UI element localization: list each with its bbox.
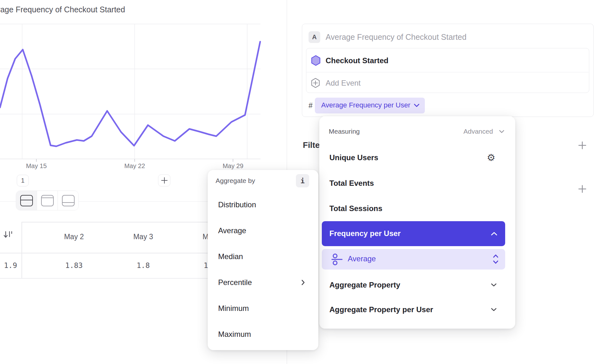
menu-item-aggregate-property[interactable]: Aggregate Property	[329, 281, 400, 289]
layout-table-view-button[interactable]	[58, 191, 78, 210]
plus-icon	[161, 177, 168, 184]
x-tick-may15: May 15	[26, 162, 47, 170]
layout-split-view-button[interactable]	[16, 191, 37, 210]
menu-item-minimum[interactable]: Minimum	[218, 304, 249, 313]
layout-toggle-group	[16, 191, 79, 210]
menu-item-total-sessions[interactable]: Total Sessions	[329, 204, 383, 213]
chart-line-series[interactable]	[0, 42, 260, 146]
advanced-toggle[interactable]: Advanced	[463, 128, 493, 135]
menu-item-unique-users[interactable]: Unique Users	[329, 153, 378, 162]
add-series-button[interactable]	[158, 174, 170, 186]
menu-item-total-events[interactable]: Total Events	[329, 179, 374, 188]
table-column-border	[21, 222, 22, 278]
add-filter-button[interactable]	[578, 141, 587, 150]
plus-icon	[578, 141, 587, 150]
menu-item-maximum[interactable]: Maximum	[218, 330, 251, 339]
x-tick-may22: May 22	[124, 162, 145, 170]
frequency-per-user-label: Frequency per User	[329, 229, 401, 238]
aggregate-by-title: Aggregate by	[216, 177, 255, 185]
numeric-hash-icon: #	[309, 101, 313, 110]
info-icon[interactable]: i	[296, 174, 309, 187]
average-aggregation-label: Average	[348, 254, 376, 263]
event-row-divider	[306, 72, 589, 72]
chevron-down-icon	[413, 103, 420, 107]
table-summary-value: 1.9	[0, 261, 17, 270]
chevron-down-icon	[491, 283, 497, 287]
menu-item-aggregate-property-per-user[interactable]: Aggregate Property per User	[329, 305, 433, 314]
plus-icon	[578, 185, 587, 193]
menu-item-percentile[interactable]: Percentile	[218, 278, 252, 287]
table-value-may2: 1.83	[65, 261, 83, 270]
series-number-badge[interactable]: 1	[17, 175, 29, 186]
sort-rows-button[interactable]	[3, 230, 13, 240]
table-header-may3[interactable]: May 3	[133, 233, 153, 241]
chevron-down-icon	[491, 307, 497, 312]
x-tick-may29: May 29	[223, 162, 243, 170]
menu-item-average[interactable]: Average	[218, 226, 246, 235]
layout-chart-view-button[interactable]	[37, 191, 58, 210]
table-header-may2[interactable]: May 2	[64, 233, 84, 241]
metrics-section-title: Metrics	[301, 0, 330, 2]
chevron-right-icon	[301, 279, 305, 286]
metric-letter-badge: A	[309, 31, 320, 43]
gear-icon[interactable]: ⚙	[487, 152, 495, 163]
split-view-icon	[20, 195, 33, 206]
menu-item-distribution[interactable]: Distribution	[218, 200, 256, 209]
add-breakdown-button[interactable]	[578, 185, 587, 193]
metric-name-input[interactable]: Average Frequency of Checkout Started	[326, 33, 467, 42]
table-value-may3: 1.8	[137, 261, 150, 270]
measuring-popup-title: Measuring	[329, 128, 360, 135]
line-chart	[0, 0, 287, 177]
event-name[interactable]: Checkout Started	[326, 56, 389, 65]
measurement-dropdown-label: Average Frequency per User	[321, 101, 410, 109]
divide-icon	[331, 253, 343, 266]
event-hexagon-icon	[311, 55, 321, 66]
add-event-button[interactable]: Add Event	[326, 79, 361, 88]
chevron-down-icon	[499, 130, 505, 133]
table-view-icon	[62, 195, 75, 206]
add-event-icon	[311, 78, 320, 88]
chart-view-icon	[41, 195, 54, 206]
chevron-up-icon	[491, 232, 498, 236]
sorter-chevrons-icon[interactable]	[493, 254, 499, 264]
menu-item-median[interactable]: Median	[218, 252, 243, 261]
sort-descending-icon	[3, 230, 13, 240]
